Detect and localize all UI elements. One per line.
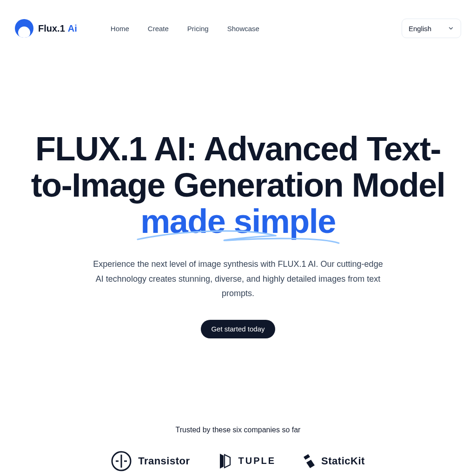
page-title: FLUX.1 AI: Advanced Text-to-Image Genera…	[30, 131, 446, 239]
statickit-icon	[304, 454, 315, 468]
company-tuple-label: TUPLE	[238, 456, 276, 466]
svg-marker-6	[304, 454, 310, 460]
logo-text: Flux.1 Ai	[38, 23, 77, 34]
company-transistor-label: Transistor	[138, 455, 190, 467]
language-select-wrap: English	[402, 19, 461, 38]
tuple-icon	[218, 452, 232, 470]
header: Flux.1 Ai Home Create Pricing Showcase E…	[0, 0, 476, 38]
company-statickit-label: StaticKit	[321, 455, 365, 467]
nav-link-pricing[interactable]: Pricing	[187, 25, 209, 33]
svg-marker-4	[220, 454, 224, 469]
logo-icon	[15, 19, 33, 38]
company-logos: Transistor TUPLE StaticKit	[0, 451, 476, 471]
svg-marker-7	[306, 460, 315, 468]
logo-name: Flux.1	[38, 23, 65, 34]
primary-nav: Home Create Pricing Showcase	[111, 25, 259, 33]
trusted-section: Trusted by these six companies so far Tr…	[0, 426, 476, 471]
language-selected-label: English	[409, 25, 431, 33]
hero: FLUX.1 AI: Advanced Text-to-Image Genera…	[0, 38, 476, 338]
logo[interactable]: Flux.1 Ai	[15, 19, 77, 38]
hero-subcopy: Experience the next level of image synth…	[89, 257, 387, 301]
trusted-label: Trusted by these six companies so far	[0, 426, 476, 434]
transistor-icon	[111, 451, 132, 471]
headline-highlight: made simple	[140, 204, 336, 240]
chevron-down-icon	[448, 25, 454, 32]
company-transistor: Transistor	[111, 451, 190, 471]
get-started-button[interactable]: Get started today	[201, 320, 275, 338]
headline-highlight-text: made simple	[140, 203, 336, 240]
nav-link-home[interactable]: Home	[111, 25, 129, 33]
nav-link-showcase[interactable]: Showcase	[227, 25, 259, 33]
logo-suffix: Ai	[68, 23, 77, 34]
svg-marker-5	[225, 455, 230, 468]
company-tuple: TUPLE	[218, 452, 276, 470]
company-statickit: StaticKit	[304, 454, 365, 468]
headline-plain: FLUX.1 AI: Advanced Text-to-Image Genera…	[31, 130, 445, 204]
nav-link-create[interactable]: Create	[148, 25, 169, 33]
language-select[interactable]: English	[402, 19, 461, 38]
